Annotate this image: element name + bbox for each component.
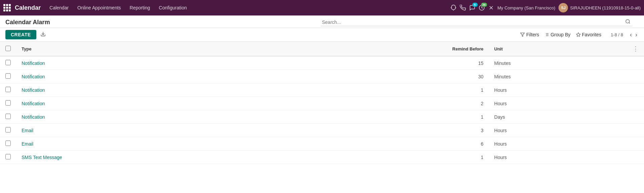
- row-checkbox-cell[interactable]: [0, 70, 16, 83]
- row-unit-3: Hours: [489, 97, 627, 110]
- row-remind-3: 2: [276, 97, 489, 110]
- prev-page-button[interactable]: ‹: [629, 31, 633, 39]
- row-unit-0: Minutes: [489, 56, 627, 70]
- row-checkbox-cell[interactable]: [0, 56, 16, 70]
- row-unit-6: Hours: [489, 137, 627, 151]
- row-type-1: Notification: [16, 70, 276, 83]
- chat-icon[interactable]: 6: [469, 5, 475, 11]
- select-all-checkbox[interactable]: [5, 46, 11, 51]
- table-row: Notification 2 Hours: [0, 97, 644, 110]
- row-checkbox-cell[interactable]: [0, 151, 16, 164]
- user-profile[interactable]: SJ SIRAJUDHEEN (11910918-15-0-all): [558, 3, 641, 12]
- apps-grid-icon[interactable]: [3, 4, 11, 11]
- row-checkbox-cell[interactable]: [0, 83, 16, 97]
- row-type-5: Email: [16, 124, 276, 137]
- filters-label: Filters: [526, 32, 539, 37]
- row-unit-5: Hours: [489, 124, 627, 137]
- svg-point-6: [626, 20, 630, 23]
- row-remind-5: 3: [276, 124, 489, 137]
- svg-line-7: [629, 23, 630, 24]
- alarm-table: Type Remind Before Unit ⋮ Notification 1…: [0, 42, 644, 164]
- row-actions-7: [627, 151, 644, 164]
- row-unit-4: Days: [489, 110, 627, 124]
- search-input[interactable]: [322, 20, 625, 25]
- nav-reporting[interactable]: Reporting: [126, 3, 154, 12]
- col-type-header: Type: [16, 42, 276, 56]
- company-name[interactable]: My Company (San Francisco): [498, 5, 555, 10]
- bug-icon[interactable]: [450, 5, 456, 11]
- table-row: Notification 1 Days: [0, 110, 644, 124]
- nav-configuration[interactable]: Configuration: [155, 3, 191, 12]
- nav-links: Calendar Online Appointments Reporting C…: [45, 3, 449, 12]
- row-checkbox-1[interactable]: [5, 73, 11, 79]
- create-button[interactable]: CREATE: [5, 30, 36, 39]
- brand-title: Calendar: [15, 4, 41, 11]
- filters-button[interactable]: Filters: [520, 32, 539, 37]
- groupby-button[interactable]: Group By: [544, 32, 570, 37]
- chat-badge: 6: [472, 3, 478, 7]
- nav-right: 6 36 My Company (San Francisco) SJ SIRAJ…: [450, 3, 641, 12]
- col-actions-header: ⋮: [627, 42, 644, 56]
- header-checkbox-cell[interactable]: [0, 42, 16, 56]
- row-actions-5: [627, 124, 644, 137]
- next-page-button[interactable]: ›: [634, 31, 639, 39]
- row-remind-0: 15: [276, 56, 489, 70]
- brand[interactable]: Calendar: [3, 4, 41, 11]
- download-button[interactable]: [39, 30, 47, 39]
- row-type-0: Notification: [16, 56, 276, 70]
- row-checkbox-0[interactable]: [5, 60, 11, 65]
- pagination-buttons: ‹ ›: [629, 31, 639, 39]
- row-unit-2: Hours: [489, 83, 627, 97]
- close-icon[interactable]: [488, 5, 494, 11]
- navbar: Calendar Calendar Online Appointments Re…: [0, 0, 644, 15]
- table-row: Email 6 Hours: [0, 137, 644, 151]
- phone-icon[interactable]: [460, 5, 466, 11]
- row-type-3: Notification: [16, 97, 276, 110]
- row-actions-1: [627, 70, 644, 83]
- table-header-row: Type Remind Before Unit ⋮: [0, 42, 644, 56]
- row-type-7: SMS Text Message: [16, 151, 276, 164]
- col-unit-header: Unit: [489, 42, 627, 56]
- nav-calendar[interactable]: Calendar: [45, 3, 73, 12]
- table-row: Email 3 Hours: [0, 124, 644, 137]
- row-actions-3: [627, 97, 644, 110]
- user-name: SIRAJUDHEEN (11910918-15-0-all): [570, 5, 641, 10]
- row-checkbox-cell[interactable]: [0, 124, 16, 137]
- table-row: Notification 15 Minutes: [0, 56, 644, 70]
- row-remind-7: 1: [276, 151, 489, 164]
- row-actions-6: [627, 137, 644, 151]
- nav-online-appointments[interactable]: Online Appointments: [73, 3, 125, 12]
- row-unit-7: Hours: [489, 151, 627, 164]
- search-bar[interactable]: [321, 18, 632, 26]
- favorites-label: Favorites: [582, 32, 602, 37]
- search-icon[interactable]: [625, 19, 631, 25]
- favorites-button[interactable]: Favorites: [576, 32, 602, 37]
- sub-header: Calendar Alarm: [0, 15, 644, 28]
- row-actions-4: [627, 110, 644, 124]
- row-unit-1: Minutes: [489, 70, 627, 83]
- row-checkbox-cell[interactable]: [0, 110, 16, 124]
- row-checkbox-2[interactable]: [5, 87, 11, 92]
- clock-icon[interactable]: 36: [479, 5, 485, 11]
- pagination-info: 1-8 / 8: [611, 32, 623, 37]
- row-actions-2: [627, 83, 644, 97]
- row-checkbox-3[interactable]: [5, 100, 11, 106]
- table-row: SMS Text Message 1 Hours: [0, 151, 644, 164]
- column-options-button[interactable]: ⋮: [633, 45, 639, 52]
- row-checkbox-7[interactable]: [5, 154, 11, 159]
- page-title: Calendar Alarm: [5, 19, 314, 26]
- row-checkbox-4[interactable]: [5, 114, 11, 119]
- svg-marker-9: [520, 33, 524, 37]
- row-checkbox-6[interactable]: [5, 141, 11, 146]
- row-remind-4: 1: [276, 110, 489, 124]
- row-checkbox-5[interactable]: [5, 127, 11, 132]
- row-type-2: Notification: [16, 83, 276, 97]
- row-remind-1: 30: [276, 70, 489, 83]
- svg-marker-16: [576, 33, 580, 36]
- row-checkbox-cell[interactable]: [0, 137, 16, 151]
- toolbar: CREATE Filters Group By Favorites 1-8 / …: [0, 28, 644, 42]
- row-checkbox-cell[interactable]: [0, 97, 16, 110]
- table-row: Notification 30 Minutes: [0, 70, 644, 83]
- col-remind-before-header: Remind Before: [276, 42, 489, 56]
- table-body: Notification 15 Minutes Notification 30 …: [0, 56, 644, 164]
